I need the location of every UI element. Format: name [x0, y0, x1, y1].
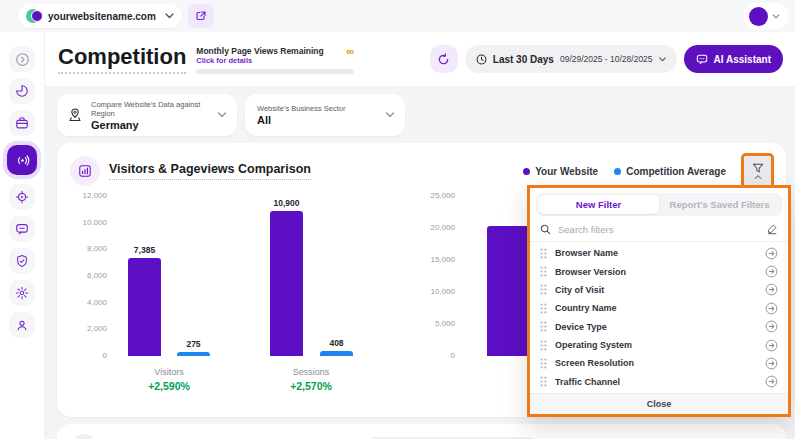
- filter-button-annotation: [741, 153, 774, 189]
- filter-item-label: Operating System: [555, 340, 632, 350]
- chevron-down-icon: [659, 57, 666, 62]
- filter-panel-tabs: New FilterReport's Saved Filters: [536, 193, 782, 216]
- add-filter-arrow-icon[interactable]: [765, 339, 778, 352]
- chart-bar[interactable]: [320, 351, 353, 356]
- sector-filter-select[interactable]: Website's Business Sector All: [245, 94, 405, 136]
- sidebar-item-competition[interactable]: [7, 145, 37, 175]
- ai-assistant-button[interactable]: AI Assistant: [684, 45, 783, 73]
- filter-list-item[interactable]: Traffic Channel: [530, 375, 788, 388]
- drag-handle-icon: [540, 284, 547, 295]
- date-range-picker[interactable]: Last 30 Days 09/29/2025 - 10/28/2025: [465, 45, 677, 73]
- chart-bar[interactable]: [177, 352, 210, 356]
- site-name: yourwebsitename.com: [48, 11, 159, 22]
- chart-title: Visitors & Pageviews Comparison: [109, 162, 311, 180]
- date-range-value: 09/29/2025 - 10/28/2025: [560, 54, 653, 64]
- filter-list-item[interactable]: Country Name: [530, 302, 788, 315]
- chevron-down-icon: [217, 112, 227, 118]
- filter-list-item[interactable]: Operating System: [530, 339, 788, 352]
- sidebar-item-overview[interactable]: [9, 78, 35, 104]
- filter-list-item[interactable]: Device Type: [530, 320, 788, 333]
- drag-handle-icon: [540, 321, 547, 332]
- y-axis-tick-label: 5,000: [405, 319, 455, 328]
- chart-filter-button[interactable]: [744, 156, 771, 186]
- y-axis-tick-label: 4,000: [57, 298, 107, 307]
- refresh-button[interactable]: [430, 45, 458, 73]
- legend-item[interactable]: Your Website: [523, 166, 598, 177]
- account-menu[interactable]: [743, 3, 789, 29]
- y-axis-tick-label: 10,000: [405, 287, 455, 296]
- add-filter-arrow-icon[interactable]: [765, 302, 778, 315]
- region-filter-label: Compare Website's Data against Region: [91, 100, 217, 118]
- quota-details-link[interactable]: Click for details: [196, 56, 354, 65]
- card-icon-placeholder: [71, 434, 97, 439]
- filter-panel: New FilterReport's Saved Filters Browser…: [527, 185, 791, 417]
- filter-item-label: Country Name: [555, 303, 617, 313]
- drag-handle-icon: [540, 340, 547, 351]
- add-filter-arrow-icon[interactable]: [765, 375, 778, 388]
- bar-value-label: 7,385: [108, 245, 181, 255]
- filter-items-list: Browser NameBrowser VersionCity of Visit…: [530, 242, 788, 393]
- y-axis-tick-label: 8,000: [57, 244, 107, 253]
- add-filter-arrow-icon[interactable]: [765, 265, 778, 278]
- sector-filter-value: All: [257, 114, 385, 126]
- drag-handle-icon: [540, 266, 547, 277]
- app-screen: yourwebsitename.com: [0, 0, 795, 439]
- y-axis-tick-label: 6,000: [57, 271, 107, 280]
- category-label: Sessions: [261, 367, 361, 377]
- chevron-up-icon: [754, 175, 762, 179]
- filter-item-label: Traffic Channel: [555, 377, 620, 387]
- y-axis-tick-label: 20,000: [405, 223, 455, 232]
- add-filter-arrow-icon[interactable]: [765, 357, 778, 370]
- sidebar-collapse-button[interactable]: [9, 46, 35, 72]
- change-percentage-label: +2,590%: [119, 380, 219, 392]
- pie-chart-icon: [15, 84, 29, 98]
- add-filter-arrow-icon[interactable]: [765, 320, 778, 333]
- filter-list-item[interactable]: Browser Version: [530, 265, 788, 278]
- filter-search-input[interactable]: [558, 224, 759, 235]
- filter-list-item[interactable]: Screen Resolution: [530, 357, 788, 370]
- legend-label: Your Website: [535, 166, 598, 177]
- site-selector[interactable]: yourwebsitename.com: [18, 4, 182, 28]
- chevron-down-icon: [772, 14, 780, 19]
- filter-list-item[interactable]: Browser Name: [530, 247, 788, 260]
- y-axis-tick-label: 0: [405, 351, 455, 360]
- sidebar-item-account[interactable]: [9, 312, 35, 338]
- filters-row: Compare Website's Data against Region Ge…: [57, 94, 786, 136]
- region-filter-select[interactable]: Compare Website's Data against Region Ge…: [57, 94, 237, 136]
- legend-item[interactable]: Competition Average: [614, 166, 726, 177]
- filter-item-label: Browser Version: [555, 267, 626, 277]
- external-link-icon: [195, 10, 207, 22]
- next-section-card: [57, 424, 786, 439]
- collapse-arrow-icon: [15, 52, 30, 67]
- filter-item-label: Browser Name: [555, 248, 618, 258]
- chat-bubble-icon: [696, 53, 708, 65]
- add-filter-arrow-icon[interactable]: [765, 247, 778, 260]
- pageviews-quota: Monthly Page Views Remaining ∞ Click for…: [196, 46, 354, 74]
- sidebar-item-company[interactable]: [9, 110, 35, 136]
- clock-icon: [476, 54, 487, 65]
- sidebar-item-feedback[interactable]: [9, 216, 35, 242]
- open-website-button[interactable]: [188, 4, 214, 28]
- filter-panel-close-button[interactable]: Close: [530, 393, 788, 414]
- ai-assistant-label: AI Assistant: [714, 54, 771, 65]
- filter-list-item[interactable]: City of Visit: [530, 283, 788, 296]
- chart-bar[interactable]: [487, 226, 532, 356]
- filter-panel-tab[interactable]: New Filter: [538, 195, 659, 214]
- filter-panel-tab[interactable]: Report's Saved Filters: [659, 195, 780, 214]
- region-filter-value: Germany: [91, 119, 217, 131]
- add-filter-arrow-icon[interactable]: [765, 283, 778, 296]
- legend-dot: [614, 168, 621, 175]
- sidebar-item-settings[interactable]: [9, 280, 35, 306]
- avatar: [749, 7, 768, 26]
- sidebar-item-privacy[interactable]: [9, 248, 35, 274]
- sidebar-item-goals[interactable]: [9, 184, 35, 210]
- briefcase-icon: [15, 116, 29, 130]
- site-logo-icon: [26, 8, 42, 24]
- clear-search-icon[interactable]: [766, 223, 778, 235]
- legend-label: Competition Average: [626, 166, 726, 177]
- chart-bar[interactable]: [270, 211, 303, 356]
- quota-label: Monthly Page Views Remaining: [196, 46, 346, 56]
- bar-value-label: 10,900: [250, 198, 323, 208]
- legend-dot: [523, 168, 530, 175]
- card-icon-circle: [70, 156, 100, 186]
